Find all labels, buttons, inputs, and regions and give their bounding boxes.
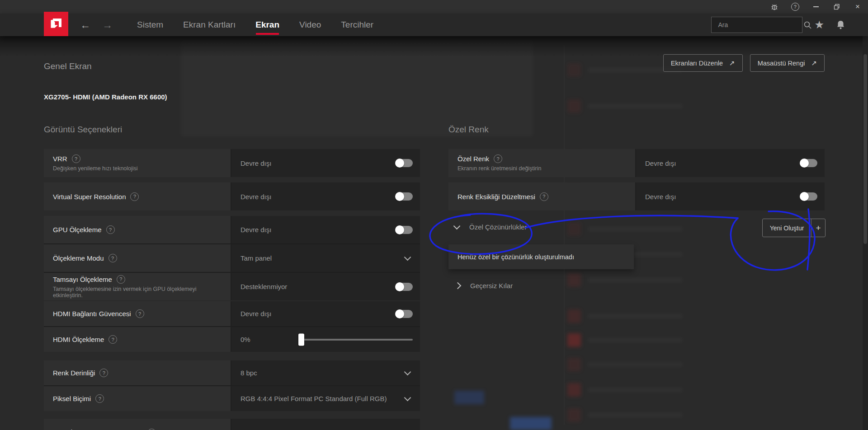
help-icon[interactable]: ? <box>136 309 144 318</box>
settings-row-display-color-enhancement: Renk İyileştirmesini Görüntüle?Devre dış… <box>44 419 420 430</box>
tab-tercihler[interactable]: Tercihler <box>341 14 373 36</box>
scrollbar-thumb[interactable] <box>863 54 867 244</box>
window-titlebar: ? × <box>0 0 868 14</box>
row-value-cell: Devre dışı <box>231 149 420 177</box>
tab-sistem[interactable]: Sistem <box>137 14 163 36</box>
edit-displays-button[interactable]: Ekranları Düzenle ↗ <box>663 54 743 72</box>
row-value-cell[interactable]: Devre dışı <box>231 419 420 430</box>
row-label: Virtual Super Resolution <box>53 193 126 201</box>
custom-color-column: Özel Renk?Ekranın renk üretmesini değişt… <box>448 149 825 210</box>
settings-row-hdmi-scaling: HDMI Ölçekleme?0% <box>44 326 420 352</box>
custom-color-toggle[interactable] <box>800 159 817 167</box>
ghost-list-icon <box>567 383 581 397</box>
settings-group: Özel Renk?Ekranın renk üretmesini değişt… <box>448 149 825 177</box>
row-value: RGB 4:4:4 Pixel Format PC Standard (Full… <box>241 395 387 402</box>
create-new-button[interactable]: Yeni Oluştur + <box>762 219 826 237</box>
settings-group: GPU Ölçekleme?Devre dışıÖlçekleme Modu?T… <box>44 216 420 300</box>
row-value: Devre dışı <box>645 193 676 201</box>
gpu-scaling-toggle[interactable] <box>396 226 413 234</box>
overrides-expander[interactable]: Geçersiz Kılar <box>455 282 513 290</box>
ghost-list-icon <box>567 358 581 371</box>
row-value-cell: Devre dışı <box>636 149 825 177</box>
settings-group: Renk Eksikliği Düzeltmesi?Devre dışı <box>448 182 825 210</box>
forward-button[interactable]: → <box>102 20 113 30</box>
custom-resolutions-label: Özel Çözünürlükler <box>469 223 527 231</box>
ghost-panel <box>181 40 533 137</box>
ghost-text-line <box>588 227 683 231</box>
display-options-column: VRR?Değişken yenileme hızı teknolojisiDe… <box>44 149 420 430</box>
chevron-down-icon <box>453 222 461 229</box>
slider-knob[interactable] <box>298 333 304 346</box>
help-icon[interactable]: ? <box>494 154 502 163</box>
settings-row-scaling-mode: Ölçekleme Modu?Tam panel <box>44 243 420 272</box>
hdmi-link-assurance-toggle[interactable] <box>396 310 413 318</box>
row-label-cell: Renk Derinliği? <box>44 360 231 385</box>
settings-row-color-depth: Renk Derinliği?8 bpc <box>44 360 420 385</box>
back-button[interactable]: ← <box>80 20 90 30</box>
virtual-super-resolution-toggle[interactable] <box>396 192 413 201</box>
chevron-down-icon <box>404 394 411 401</box>
row-label: Piksel Biçimi <box>53 395 91 402</box>
row-value-cell[interactable]: 8 bpc <box>231 360 420 385</box>
row-label-cell: Piksel Biçimi? <box>44 386 231 411</box>
row-label-cell: Özel Renk?Ekranın renk üretmesini değişt… <box>448 149 636 177</box>
notifications-bell-icon[interactable] <box>836 20 845 30</box>
maximize-restore-button[interactable] <box>826 0 847 14</box>
help-icon[interactable]: ? <box>147 429 156 430</box>
tab-ekran[interactable]: Ekran <box>255 14 279 36</box>
favorites-star-icon[interactable]: ★ <box>814 19 824 30</box>
row-value-cell: Devre dışı <box>231 216 420 243</box>
help-icon[interactable]: ? <box>108 335 117 344</box>
close-button[interactable]: × <box>847 0 868 14</box>
ghost-list-icon <box>567 99 581 113</box>
help-icon[interactable]: ? <box>540 192 548 201</box>
row-sublabel: Değişken yenileme hızı teknolojisi <box>53 165 231 172</box>
custom-resolutions-expander[interactable]: Özel Çözünürlükler <box>454 223 527 231</box>
ghost-list-icon <box>567 333 581 347</box>
row-label: Renk Eksikliği Düzeltmesi <box>458 193 535 201</box>
row-label-cell: Renk İyileştirmesini Görüntüle? <box>44 419 231 430</box>
hdmi-scaling-slider[interactable] <box>298 339 413 341</box>
row-value: Devre dışı <box>241 310 271 318</box>
titlebar-help-icon[interactable]: ? <box>785 0 806 14</box>
row-value-cell[interactable]: Tam panel <box>231 244 420 272</box>
plus-icon: + <box>811 219 825 237</box>
settings-row-hdmi-link-assurance: HDMI Bağlantı Güvencesi?Devre dışı <box>44 301 420 326</box>
help-icon[interactable]: ? <box>130 192 139 201</box>
settings-group: Renk Derinliği?8 bpcPiksel Biçimi?RGB 4:… <box>44 360 420 411</box>
row-label: HDMI Ölçekleme <box>53 336 104 343</box>
integer-scaling-toggle[interactable] <box>396 283 413 291</box>
bug-report-icon[interactable] <box>764 0 785 14</box>
help-icon[interactable]: ? <box>108 254 117 262</box>
help-icon[interactable]: ? <box>95 394 104 403</box>
ghost-divider <box>564 45 565 425</box>
row-label: Özel Renk <box>458 155 489 163</box>
row-label-cell: HDMI Ölçekleme? <box>44 327 231 352</box>
row-value-cell[interactable]: RGB 4:4:4 Pixel Format PC Standard (Full… <box>231 386 420 411</box>
minimize-button[interactable] <box>806 0 826 14</box>
search-icon[interactable] <box>803 21 812 29</box>
row-label-cell: Renk Eksikliği Düzeltmesi? <box>448 182 636 210</box>
help-icon[interactable]: ? <box>117 275 125 284</box>
search-input[interactable] <box>712 21 803 28</box>
help-icon[interactable]: ? <box>99 369 108 377</box>
tab-ekran-kartlari[interactable]: Ekran Kartları <box>183 14 236 36</box>
vertical-scrollbar[interactable] <box>863 36 868 430</box>
row-label-cell: Ölçekleme Modu? <box>44 244 231 272</box>
settings-row-vrr: VRR?Değişken yenileme hızı teknolojisiDe… <box>44 149 420 177</box>
page-title: Genel Ekran <box>44 61 92 71</box>
help-icon[interactable]: ? <box>106 225 115 234</box>
vrr-toggle[interactable] <box>396 159 413 167</box>
row-label-cell: HDMI Bağlantı Güvencesi? <box>44 301 231 326</box>
color-deficiency-correction-toggle[interactable] <box>800 192 817 201</box>
amd-logo[interactable] <box>44 12 68 36</box>
tab-video[interactable]: Video <box>299 14 321 36</box>
help-icon[interactable]: ? <box>72 154 80 163</box>
ghost-button <box>454 391 484 404</box>
row-label: HDMI Bağlantı Güvencesi <box>53 310 131 318</box>
row-value-cell: Devre dışı <box>231 182 420 210</box>
desktop-color-button[interactable]: Masaüstü Rengi ↗ <box>750 54 825 72</box>
row-value: Devre dışı <box>645 159 676 167</box>
row-value-cell: 0% <box>231 327 420 352</box>
row-value: Devre dışı <box>241 193 271 201</box>
